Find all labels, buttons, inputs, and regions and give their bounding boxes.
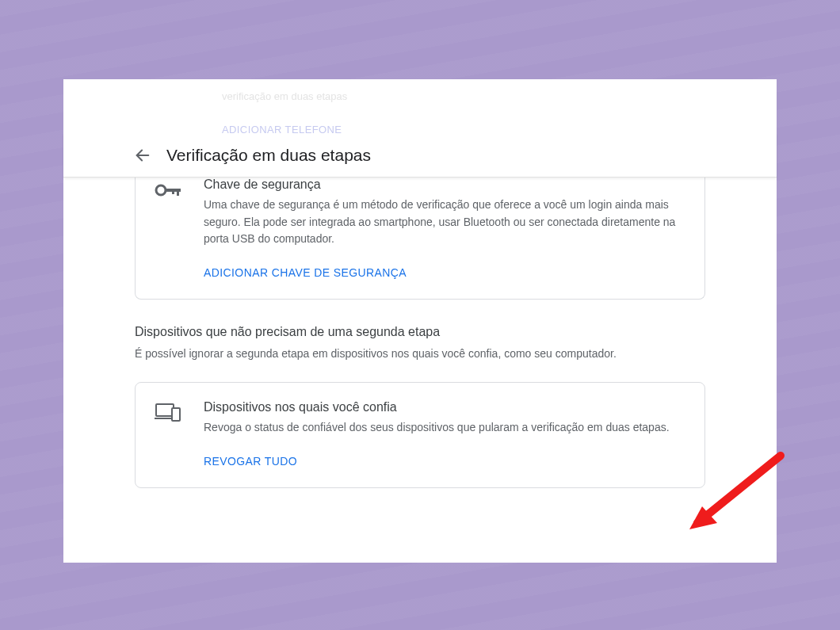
content-area: Chave de segurança Uma chave de seguranç… bbox=[63, 178, 777, 563]
faded-text: verificação em duas etapas bbox=[222, 87, 777, 106]
settings-panel: verificação em duas etapas ADICIONAR TEL… bbox=[63, 79, 777, 563]
scrolled-content-peek: verificação em duas etapas ADICIONAR TEL… bbox=[63, 79, 777, 133]
devices-icon bbox=[155, 400, 186, 468]
svg-point-1 bbox=[156, 185, 166, 195]
trusted-devices-heading: Dispositivos que não precisam de uma seg… bbox=[135, 325, 705, 339]
trusted-devices-subheading: É possível ignorar a segunda etapa em di… bbox=[135, 347, 705, 360]
security-key-description: Uma chave de segurança é um método de ve… bbox=[204, 197, 685, 248]
trusted-devices-description: Revoga o status de confiável dos seus di… bbox=[204, 419, 685, 437]
svg-rect-3 bbox=[177, 189, 179, 196]
revoke-all-button[interactable]: REVOGAR TUDO bbox=[204, 455, 297, 468]
back-button[interactable] bbox=[133, 146, 152, 165]
arrow-left-icon bbox=[134, 147, 151, 164]
add-security-key-button[interactable]: ADICIONAR CHAVE DE SEGURANÇA bbox=[204, 266, 407, 279]
svg-rect-4 bbox=[172, 189, 174, 194]
svg-rect-5 bbox=[156, 404, 174, 416]
trusted-devices-card: Dispositivos nos quais você confia Revog… bbox=[135, 382, 705, 488]
key-icon bbox=[155, 178, 186, 280]
page-title: Verificação em duas etapas bbox=[166, 146, 371, 165]
security-key-title: Chave de segurança bbox=[204, 178, 685, 192]
svg-rect-7 bbox=[172, 408, 180, 421]
trusted-devices-title: Dispositivos nos quais você confia bbox=[204, 400, 685, 414]
security-key-card: Chave de segurança Uma chave de seguranç… bbox=[135, 178, 705, 300]
page-header: Verificação em duas etapas bbox=[63, 133, 777, 178]
